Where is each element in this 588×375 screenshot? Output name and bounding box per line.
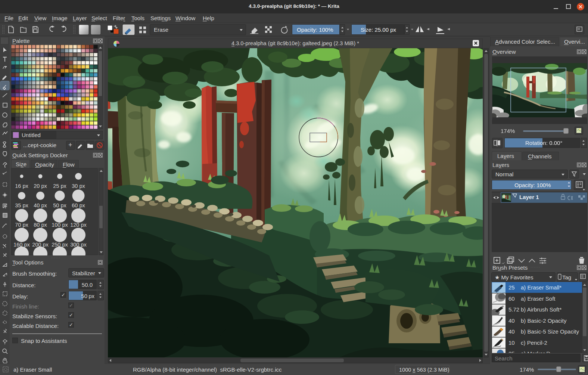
- svg-text:25: 25: [508, 350, 515, 353]
- svg-text:30 px: 30 px: [72, 183, 85, 189]
- svg-text:10: 10: [508, 340, 515, 346]
- svg-text:5.72: 5.72: [508, 306, 519, 313]
- svg-text:80 px: 80 px: [34, 222, 47, 228]
- svg-text:b) Airbrush Soft*: b) Airbrush Soft*: [521, 306, 561, 313]
- svg-text:40 px: 40 px: [34, 202, 47, 208]
- svg-text:100 px: 100 px: [52, 222, 68, 228]
- svg-text:40: 40: [508, 317, 515, 324]
- svg-text:70 px: 70 px: [15, 222, 28, 228]
- svg-text:a) Eraser Soft: a) Eraser Soft: [521, 295, 556, 302]
- svg-text:50 px: 50 px: [53, 202, 66, 208]
- svg-text:40: 40: [508, 328, 515, 335]
- svg-text:20 px: 20 px: [34, 183, 47, 189]
- svg-text:60 px: 60 px: [72, 202, 85, 208]
- svg-text:60: 60: [508, 295, 515, 302]
- svg-text:120 px: 120 px: [70, 222, 87, 228]
- svg-text:25: 25: [508, 284, 515, 291]
- svg-text:25 px: 25 px: [53, 183, 66, 189]
- svg-text:16 px: 16 px: [15, 183, 28, 189]
- svg-text:c) Pencil-2: c) Pencil-2: [521, 340, 547, 346]
- svg-text:a) Eraser Small*: a) Eraser Small*: [521, 284, 561, 291]
- svg-text:a) Marker D...: a) Marker D...: [521, 350, 555, 353]
- svg-text:35 px: 35 px: [15, 202, 28, 208]
- svg-text:b) Basic-5 Size Opacity: b) Basic-5 Size Opacity: [521, 328, 579, 335]
- svg-text:b) Basic-2 Opacity: b) Basic-2 Opacity: [521, 317, 567, 324]
